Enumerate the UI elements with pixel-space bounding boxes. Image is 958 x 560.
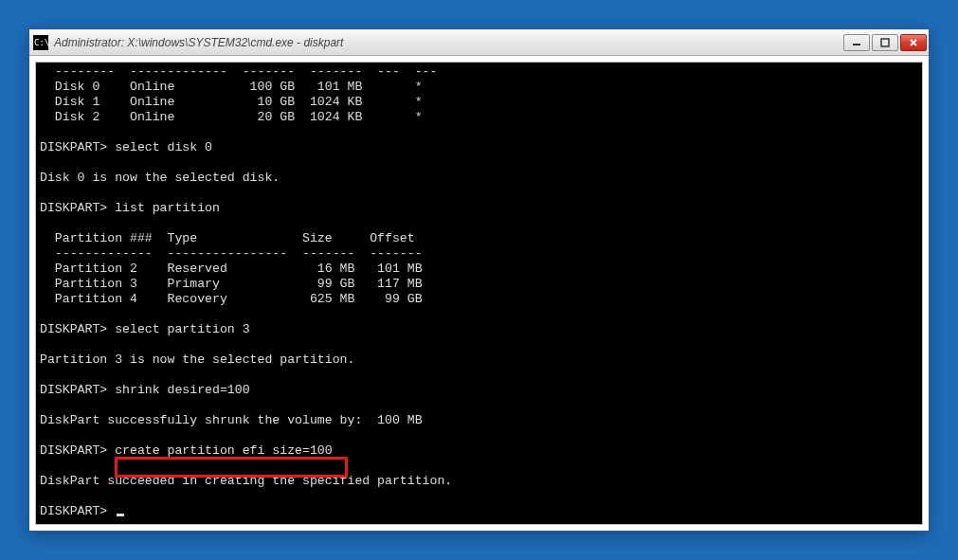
titlebar[interactable]: C:\ Administrator: X:\windows\SYSTEM32\c… xyxy=(29,29,929,56)
console-line: DISKPART> list partition xyxy=(40,201,918,216)
console-prompt-line: DISKPART> xyxy=(40,504,918,519)
maximize-button[interactable] xyxy=(872,34,898,51)
console-line: DiskPart succeeded in creating the speci… xyxy=(40,474,918,489)
console-line: Disk 1 Online 10 GB 1024 KB * xyxy=(40,95,918,110)
console-line: Disk 0 is now the selected disk. xyxy=(40,171,918,186)
console-line xyxy=(40,428,918,443)
console-line: -------- ------------- ------- ------- -… xyxy=(40,64,918,80)
console-line: DISKPART> shrink desired=100 xyxy=(40,383,918,398)
console-line: Partition 2 Reserved 16 MB 101 MB xyxy=(40,262,918,277)
close-button[interactable] xyxy=(900,34,927,51)
console-line xyxy=(40,307,918,322)
console-line: DiskPart successfully shrunk the volume … xyxy=(40,413,918,428)
console-line xyxy=(40,186,918,201)
svg-rect-2 xyxy=(853,44,860,45)
console-line: Partition 4 Recovery 625 MB 99 GB xyxy=(40,292,918,307)
console-line: DISKPART> create partition efi size=100 xyxy=(40,443,918,459)
minimize-button[interactable] xyxy=(843,34,870,51)
console-line: Partition 3 Primary 99 GB 117 MB xyxy=(40,277,918,292)
console-line xyxy=(40,368,918,383)
console-line: DISKPART> select partition 3 xyxy=(40,322,918,337)
console-line: Disk 2 Online 20 GB 1024 KB * xyxy=(40,110,918,125)
console-line: Disk 0 Online 100 GB 101 MB * xyxy=(40,80,918,95)
window-title: Administrator: X:\windows\SYSTEM32\cmd.e… xyxy=(54,36,841,49)
console-line xyxy=(40,125,918,140)
console-line: ------------- ---------------- ------- -… xyxy=(40,246,918,262)
console-line xyxy=(40,489,918,504)
console-line xyxy=(40,337,918,352)
console-line: Partition ### Type Size Offset xyxy=(40,231,918,246)
window-controls xyxy=(841,34,927,51)
console-output[interactable]: -------- ------------- ------- ------- -… xyxy=(36,63,922,524)
console-line xyxy=(40,459,918,474)
console-line xyxy=(40,155,918,171)
svg-rect-3 xyxy=(881,39,889,46)
console-line: Partition 3 is now the selected partitio… xyxy=(40,352,918,368)
cmd-window: C:\ Administrator: X:\windows\SYSTEM32\c… xyxy=(28,28,930,532)
console-line xyxy=(40,216,918,231)
svg-text:C:\: C:\ xyxy=(34,38,48,47)
cursor xyxy=(117,514,124,516)
console-line xyxy=(40,398,918,413)
console-line: DISKPART> select disk 0 xyxy=(40,140,918,155)
cmd-icon: C:\ xyxy=(33,35,48,50)
console-area: -------- ------------- ------- ------- -… xyxy=(35,62,923,525)
